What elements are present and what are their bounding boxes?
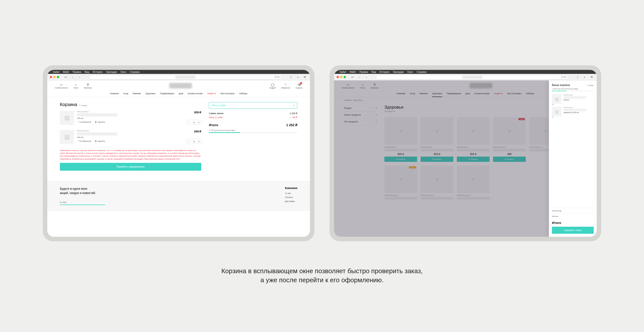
close-window-icon[interactable] [50, 76, 52, 78]
cat-makiyazh[interactable]: Макияж [133, 92, 141, 95]
share-icon[interactable]: ⤴ [575, 75, 580, 79]
menu-window[interactable]: Окно [407, 71, 413, 73]
menu-history[interactable]: История [380, 71, 389, 73]
qty-minus-button[interactable]: − [187, 139, 191, 144]
nav-catalog[interactable]: ▭Онлайн-каталог [55, 83, 68, 89]
drawer-promo-toggle[interactable]: Промокод [552, 208, 594, 213]
nav-cart[interactable]: 🛍2Корзина [296, 83, 302, 89]
maximize-window-icon[interactable] [344, 76, 346, 78]
nav-back-icon[interactable]: ‹ [70, 75, 75, 79]
product-size: 200 мл [77, 136, 184, 138]
url-bar[interactable]: Aa ⇆ [376, 75, 568, 79]
menu-view[interactable]: Вид [372, 71, 376, 73]
heart-icon: ♡ [284, 83, 288, 86]
footer-link-payment[interactable]: Оплата [285, 196, 297, 199]
menu-edit[interactable]: Правка [73, 71, 81, 73]
cat-nabory[interactable]: Наборы [239, 92, 247, 95]
site-footer: Будьте в курсе всех акций, скидок и ново… [47, 181, 310, 211]
maximize-window-icon[interactable] [57, 76, 59, 78]
nav-forward-icon[interactable]: › [364, 75, 369, 79]
new-tab-icon[interactable]: + [582, 75, 587, 79]
product-name [77, 113, 117, 116]
minimize-window-icon[interactable] [340, 76, 342, 78]
nav-stores[interactable]: ⚲Магазины [84, 83, 92, 89]
tablet-left: Safari Файл Правка Вид История Закладки … [43, 65, 314, 241]
nav-search[interactable]: ⌕Поиск [73, 83, 78, 89]
summary-row-discount: mirra_5_clear— 66 ₽ [209, 116, 297, 119]
drawer-thumb[interactable]: ▧x1 [552, 94, 561, 104]
drawer-points-toggle[interactable]: Баллы [552, 213, 594, 219]
remove-button[interactable]: 🗑 Удалить [95, 121, 105, 123]
drawer-checkout-button[interactable]: Оформить заказ [552, 227, 594, 234]
cat-cosmetolog[interactable]: Косметологам [188, 92, 203, 95]
menu-file[interactable]: Файл [350, 71, 356, 73]
nav-favorites[interactable]: ♡Избранное [281, 83, 290, 89]
sidebar-toggle-icon[interactable]: ▭ [350, 75, 355, 79]
add-favorite-button[interactable]: ♡ В избранное [77, 140, 91, 142]
menu-safari[interactable]: Safari [340, 71, 346, 73]
menu-history[interactable]: История [93, 71, 103, 73]
qty-plus-button[interactable]: + [196, 139, 201, 144]
footer-link-about[interactable]: О нас [285, 192, 297, 195]
drawer-item: ▧x1 PROБАЛАНС200 мл [552, 94, 594, 104]
nav-account[interactable]: ◯Андрей [270, 83, 276, 89]
menu-edit[interactable]: Правка [359, 71, 368, 73]
remove-promo-icon[interactable]: × [293, 104, 295, 107]
footer-col-title: Компания [285, 187, 297, 189]
cat-dom[interactable]: Дом [179, 92, 183, 95]
qty-value: 1 [191, 121, 196, 124]
cat-zdorove[interactable]: Здоровье [145, 92, 155, 95]
cat-uhod[interactable]: Уход [123, 92, 128, 95]
cat-bestsellers[interactable]: Бестселлеры [221, 92, 235, 95]
menu-view[interactable]: Вид [85, 71, 89, 73]
cat-novinki[interactable]: Новинки [110, 92, 118, 95]
menu-bookmarks[interactable]: Закладки [106, 71, 117, 73]
qty-plus-button[interactable]: + [196, 120, 201, 125]
macos-menubar: Safari Файл Правка Вид История Закладки … [334, 70, 597, 74]
menu-safari[interactable]: Safari [53, 71, 59, 73]
share-icon[interactable]: ⤴ [288, 75, 293, 79]
email-field[interactable] [60, 200, 105, 205]
site-header: ▭Онлайн-каталог ⌕Поиск ⚲Магазины ◯Андрей… [47, 80, 310, 90]
product-thumb[interactable]: ▧ [60, 130, 74, 144]
menu-window[interactable]: Окно [120, 71, 126, 73]
checkout-button[interactable]: Перейти к оформлению [60, 163, 201, 171]
footer-link-delivery[interactable]: Доставка [285, 200, 297, 203]
menu-file[interactable]: Файл [63, 71, 69, 73]
item-price: 659 ₽ [194, 111, 201, 114]
site-logo[interactable] [169, 83, 192, 88]
tablet-right: Safari Файл Правка Вид История Закладки … [330, 65, 601, 241]
reader-toggle[interactable]: Aa ⇆ [561, 76, 566, 78]
drawer-thumb[interactable]: ▧x1 [552, 107, 561, 116]
menu-bookmarks[interactable]: Закладки [393, 71, 404, 73]
payment-notice: Уважаемые клиенты, просим обратить внима… [60, 149, 201, 160]
cart-title: Корзина2 товара [60, 102, 201, 107]
drawer-progress [552, 91, 594, 91]
page-content-right: ▭Онлайн-каталог ⌕Поиск ⚲Магазины ◯Андрей… [334, 80, 597, 237]
cat-parfum[interactable]: Парфюмерия [160, 92, 174, 95]
menu-help[interactable]: Справка [130, 71, 140, 73]
tabs-icon[interactable]: ⧉ [589, 75, 594, 79]
qty-minus-button[interactable]: − [187, 120, 191, 125]
nav-forward-icon[interactable]: › [77, 75, 82, 79]
qty-value: 1 [191, 140, 196, 143]
product-name [77, 132, 117, 135]
sidebar-toggle-icon[interactable]: ▭ [63, 75, 68, 79]
cat-aktsii[interactable]: Акции % [207, 92, 216, 95]
nav-back-icon[interactable]: ‹ [357, 75, 362, 79]
remove-button[interactable]: 🗑 Удалить [95, 140, 105, 142]
newsletter-title: Будьте в курсе всех акций, скидок и ново… [60, 187, 105, 195]
tabs-icon[interactable]: ⧉ [302, 75, 307, 79]
slide-caption: Корзина в всплывающем окне позволяет быс… [196, 266, 448, 285]
new-tab-icon[interactable]: + [295, 75, 300, 79]
cart-badge: 2 [300, 82, 302, 84]
product-thumb[interactable]: ▧ [60, 111, 74, 125]
minimize-window-icon[interactable] [53, 76, 56, 78]
reader-toggle[interactable]: Aa ⇆ [274, 76, 279, 78]
category-nav: Новинки Уход Макияж Здоровье Парфюмерия … [47, 90, 310, 97]
menu-help[interactable]: Справка [417, 71, 426, 73]
close-window-icon[interactable] [337, 76, 339, 78]
promo-code-text: mirra_5_clear [212, 104, 225, 107]
url-bar[interactable]: Aa ⇆ [89, 75, 281, 79]
add-favorite-button[interactable]: ♡ В избранное [77, 121, 91, 123]
